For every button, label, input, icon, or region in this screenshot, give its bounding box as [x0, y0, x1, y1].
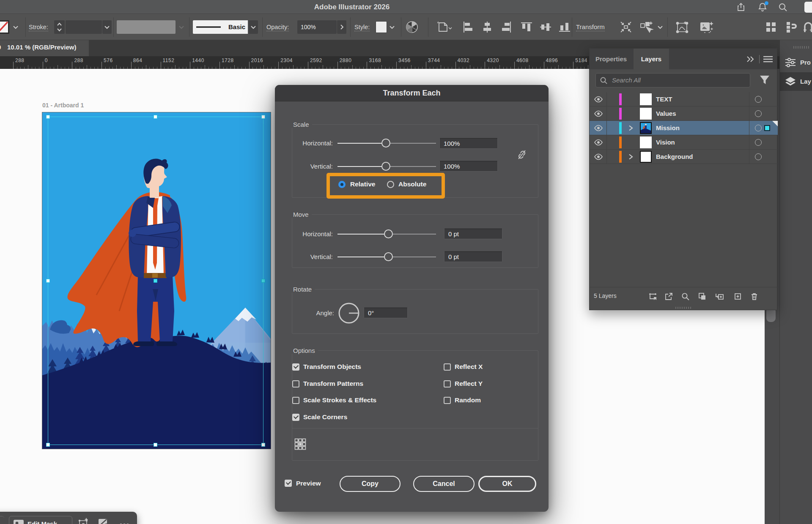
notifications-bell-icon[interactable]: [757, 2, 768, 12]
layer-thumbnail[interactable]: [640, 93, 652, 105]
taskbar-partial-button[interactable]: [0, 516, 4, 524]
width-profile-swatch[interactable]: [117, 20, 176, 34]
grid-snap-icon[interactable]: [765, 21, 777, 33]
scale-vertical-slider-knob[interactable]: [381, 162, 390, 171]
move-horizontal-value[interactable]: 0 pt: [444, 228, 502, 239]
filter-funnel-icon[interactable]: [759, 74, 771, 86]
align-top-icon[interactable]: [520, 21, 533, 33]
scale-horizontal-slider-knob[interactable]: [381, 139, 390, 147]
scale-horizontal-value[interactable]: 100%: [439, 138, 498, 149]
checkbox-label[interactable]: Scale Strokes & Effects: [303, 396, 376, 404]
more-options-icon[interactable]: [118, 517, 130, 524]
vectorize-icon[interactable]: [675, 20, 690, 34]
new-sublayer-icon[interactable]: [715, 292, 724, 301]
constrain-link-icon[interactable]: [516, 148, 527, 161]
layer-name[interactable]: Values: [656, 110, 676, 117]
panel-resize-grip[interactable]: [675, 307, 692, 309]
layer-name[interactable]: TEXT: [656, 96, 672, 103]
selection-handle-bottom-left[interactable]: [46, 443, 50, 447]
window-corner-button[interactable]: [804, 2, 812, 13]
tab-layers[interactable]: Layers: [634, 49, 669, 69]
layer-name[interactable]: Vision: [656, 139, 675, 146]
dock-grip[interactable]: [793, 46, 810, 49]
stroke-weight-chevron-icon[interactable]: [102, 20, 112, 34]
selection-handle-top-center[interactable]: [154, 115, 157, 119]
layer-thumbnail[interactable]: [640, 136, 652, 148]
delete-icon[interactable]: [750, 292, 759, 301]
target-circle-icon[interactable]: [755, 153, 762, 160]
visibility-eye-icon[interactable]: [594, 109, 603, 118]
layer-thumbnail[interactable]: [640, 151, 652, 163]
layer-row[interactable]: Vision: [590, 135, 778, 150]
checkbox-label[interactable]: Reflect X: [455, 363, 483, 371]
checkbox-random[interactable]: [444, 397, 451, 404]
align-right-icon[interactable]: [500, 21, 513, 33]
radio-relative[interactable]: [338, 181, 346, 188]
layer-row[interactable]: Mission: [590, 121, 778, 135]
visibility-eye-icon[interactable]: [594, 124, 603, 132]
fill-none-swatch[interactable]: [0, 20, 9, 34]
recolor-artwork-icon[interactable]: [405, 20, 419, 34]
search-field[interactable]: Search All: [595, 73, 750, 87]
target-circle-icon[interactable]: [755, 139, 762, 146]
width-profile-chevron-icon[interactable]: [177, 20, 186, 34]
style-label[interactable]: Style:: [354, 24, 370, 31]
ok-button[interactable]: OK: [478, 476, 536, 492]
opacity-field[interactable]: 100%: [297, 20, 337, 34]
expand-chevron-icon[interactable]: [628, 125, 634, 131]
vectorize-icon[interactable]: [78, 517, 90, 524]
search-icon[interactable]: [778, 2, 788, 12]
layer-thumbnail[interactable]: [640, 108, 652, 120]
preview-label[interactable]: Preview: [296, 480, 321, 487]
collect-export-icon[interactable]: [648, 292, 657, 301]
select-similar-icon[interactable]: [639, 20, 654, 34]
selection-handle-top-left[interactable]: [46, 115, 50, 119]
opacity-popup-icon[interactable]: [337, 20, 346, 34]
checkbox-label[interactable]: Reflect Y: [455, 380, 483, 388]
cancel-button[interactable]: Cancel: [413, 476, 475, 492]
selection-handle-mid-left[interactable]: [46, 279, 50, 283]
checkbox-label[interactable]: Transform Objects: [303, 363, 361, 371]
checkbox-transform-patterns[interactable]: [292, 380, 299, 388]
opacity-label[interactable]: Opacity:: [266, 24, 289, 31]
selection-handle-bottom-center[interactable]: [154, 443, 157, 447]
brush-definition-swatch[interactable]: Basic: [193, 20, 248, 34]
checkbox-label[interactable]: Scale Corners: [303, 413, 347, 421]
checkbox-reflect-y[interactable]: [444, 380, 451, 388]
move-vertical-value[interactable]: 0 pt: [444, 251, 502, 262]
share-icon[interactable]: [736, 2, 746, 12]
transform-button[interactable]: Transform: [576, 24, 605, 31]
move-horizontal-slider-knob[interactable]: [384, 229, 393, 238]
align-middle-icon[interactable]: [539, 21, 552, 33]
stroke-label[interactable]: Stroke:: [29, 24, 48, 31]
checkbox-label[interactable]: Random: [455, 396, 481, 404]
target-circle-icon[interactable]: [755, 110, 762, 117]
visibility-eye-icon[interactable]: [594, 153, 603, 161]
remove-style-icon[interactable]: [97, 517, 109, 524]
brush-chevron-icon[interactable]: [249, 20, 258, 34]
stroke-weight-field[interactable]: [66, 20, 102, 34]
layer-name[interactable]: Mission: [656, 124, 680, 131]
copy-button[interactable]: Copy: [340, 476, 401, 492]
rotate-angle-value[interactable]: 0°: [364, 307, 408, 318]
layer-thumbnail[interactable]: [640, 122, 652, 134]
tab-properties[interactable]: Properties: [595, 49, 627, 69]
radio-relative-label[interactable]: Relative: [350, 180, 375, 188]
checkbox-label[interactable]: Transform Patterns: [303, 380, 363, 388]
target-circle-icon[interactable]: [755, 125, 762, 131]
scale-vertical-slider[interactable]: [337, 166, 436, 167]
document-tab[interactable]: 0 10.01 % (RGB/Preview): [0, 40, 89, 56]
new-layer-icon[interactable]: [733, 292, 742, 301]
checkbox-scale-strokes-effects[interactable]: [292, 397, 299, 404]
artboard-options-icon[interactable]: [436, 20, 453, 34]
checkbox-scale-corners[interactable]: [292, 414, 299, 421]
radio-absolute[interactable]: [387, 181, 394, 188]
selection-handle-bottom-right[interactable]: [261, 443, 265, 447]
layer-name[interactable]: Background: [656, 153, 693, 160]
scale-horizontal-slider[interactable]: [337, 143, 436, 144]
style-swatch[interactable]: [376, 21, 387, 33]
visibility-eye-icon[interactable]: [594, 95, 603, 104]
layer-row[interactable]: TEXT: [590, 92, 778, 106]
magnet-icon[interactable]: [802, 20, 812, 34]
layer-row[interactable]: Values: [590, 106, 778, 121]
